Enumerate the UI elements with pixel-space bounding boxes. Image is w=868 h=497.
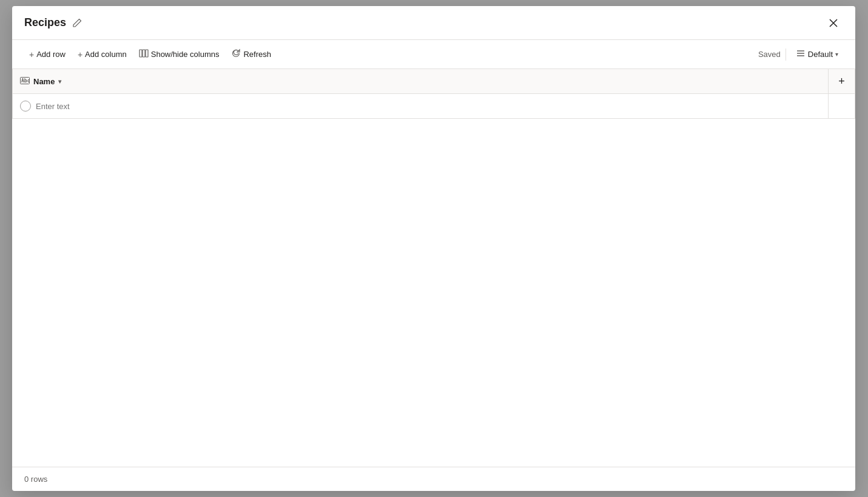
refresh-label: Refresh [243,50,271,59]
modal: Recipes + Add row [12,6,855,491]
add-col-plus-icon: + [838,75,845,88]
column-name-label: Name [33,77,55,86]
svg-rect-0 [140,50,142,57]
add-column-label: Add column [85,50,127,59]
show-hide-columns-label: Show/hide columns [151,50,220,59]
rows-count: 0 rows [24,475,47,484]
add-row-icon: + [29,50,34,59]
add-column-icon: + [78,50,82,59]
data-table: Abc Name ▾ + [12,69,855,119]
table-row [13,94,855,119]
svg-rect-2 [146,50,148,57]
modal-overlay: Recipes + Add row [0,0,868,497]
add-column-cell: + [829,69,855,94]
show-hide-columns-button[interactable]: Show/hide columns [134,45,224,64]
name-input[interactable] [36,102,821,111]
toolbar: + Add row + Add column Show/hid [12,40,855,69]
close-button[interactable] [824,13,843,33]
svg-rect-1 [143,50,145,57]
row-selector[interactable] [20,101,31,112]
toolbar-left: + Add row + Add column Show/hid [24,45,276,64]
add-row-button[interactable]: + Add row [24,46,70,63]
saved-label: Saved [758,50,781,59]
title-group: Recipes [24,16,83,29]
refresh-button[interactable]: Refresh [226,45,276,64]
text-column-icon: Abc [20,76,30,86]
table-area: Abc Name ▾ + [12,69,855,467]
edit-icon[interactable] [71,17,83,29]
toolbar-divider [786,48,786,61]
footer: 0 rows [12,467,855,491]
svg-text:Abc: Abc [21,78,30,84]
name-cell[interactable] [13,94,829,119]
default-view-button[interactable]: Default ▾ [791,46,843,62]
modal-title: Recipes [24,16,66,29]
add-row-label: Add row [36,50,66,59]
add-column-button[interactable]: + Add column [73,46,132,63]
column-name-header[interactable]: Abc Name ▾ [13,69,829,94]
default-view-label: Default [808,50,833,59]
list-view-icon [796,48,806,60]
column-chevron-icon: ▾ [58,78,61,85]
add-col-row-cell [829,94,855,119]
modal-header: Recipes [12,6,855,40]
columns-icon [139,48,149,60]
chevron-down-icon: ▾ [835,51,838,58]
toolbar-right: Saved Default ▾ [758,46,843,62]
refresh-icon [231,48,241,60]
add-column-inline-button[interactable]: + [832,72,852,91]
